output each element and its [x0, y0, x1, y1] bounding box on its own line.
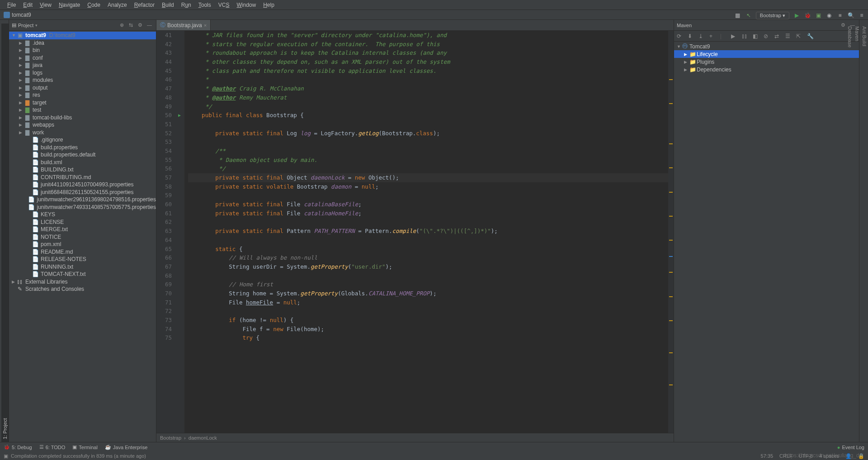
- project-panel-title[interactable]: Project: [18, 23, 33, 28]
- project-tree[interactable]: ▼▣tomcat9 D:\tomcat9▶▇.idea▶▇bin▶▇conf▶▇…: [9, 31, 156, 442]
- tab-java-ee[interactable]: ☕ Java Enterprise: [105, 444, 147, 450]
- run-maven-icon[interactable]: ▶: [731, 33, 737, 39]
- tree-file[interactable]: 📄NOTICE: [9, 233, 156, 241]
- tree-file[interactable]: 📄.gitignore: [9, 136, 156, 144]
- tree-file[interactable]: 📄RUNNING.txt: [9, 263, 156, 271]
- breadcrumb-class[interactable]: Bootstrap: [160, 435, 181, 441]
- editor-tab-bootstrap[interactable]: Ⓒ Bootstrap.java ×: [156, 20, 211, 30]
- tree-scratches[interactable]: ✎Scratches and Consoles: [9, 285, 156, 293]
- stop-button[interactable]: ■: [836, 12, 844, 19]
- cursor-position[interactable]: 57:35: [761, 453, 774, 459]
- maven-plugins[interactable]: ▶ 📁 Plugins: [674, 58, 859, 66]
- tree-file[interactable]: 📄CONTRIBUTING.md: [9, 174, 156, 181]
- tree-file[interactable]: 📄MERGE.txt: [9, 226, 156, 233]
- tree-file[interactable]: 📄junit4411091245107004993.properties: [9, 181, 156, 189]
- breadcrumbs[interactable]: Bootstrap › daemonLock: [156, 433, 674, 442]
- line-number-gutter[interactable]: 4142434445464748495051525354555657585960…: [156, 31, 177, 433]
- coverage-button[interactable]: ▣: [815, 12, 822, 19]
- tab-terminal[interactable]: ▣ Terminal: [72, 444, 98, 450]
- tab-debug[interactable]: 🐞 5: Debug: [4, 444, 32, 450]
- menu-run[interactable]: Run: [178, 1, 195, 9]
- tree-file[interactable]: 📄junitvmwatcher7493314085757005775.prope…: [9, 204, 156, 211]
- gear-icon[interactable]: ⚙: [138, 22, 144, 28]
- tree-folder-target[interactable]: ▶▇target: [9, 99, 156, 107]
- debug-button[interactable]: 🐞: [804, 12, 811, 19]
- close-icon[interactable]: ×: [204, 23, 207, 28]
- marker-strip[interactable]: [668, 31, 674, 433]
- tree-file[interactable]: 📄RELEASE-NOTES: [9, 256, 156, 263]
- maven-root[interactable]: ▼ ⓜ Tomcat9: [674, 43, 859, 50]
- tab-project[interactable]: 1: Project: [1, 24, 9, 442]
- tree-file[interactable]: 📄build.properties.default: [9, 151, 156, 159]
- tab-todo[interactable]: ☰ 6: TODO: [39, 444, 66, 450]
- tree-root[interactable]: ▼▣tomcat9 D:\tomcat9: [9, 32, 156, 39]
- nav-project[interactable]: tomcat9: [12, 12, 31, 18]
- run-gutter-icon[interactable]: ▶: [178, 111, 181, 120]
- tree-file[interactable]: 📄KEYS: [9, 211, 156, 218]
- toggle-tool-windows-icon[interactable]: ▣: [4, 453, 8, 459]
- menu-edit[interactable]: Edit: [19, 1, 36, 9]
- generate-icon[interactable]: ⬇: [688, 33, 694, 39]
- event-log-button[interactable]: ● Event Log: [837, 445, 864, 450]
- show-deps-icon[interactable]: ☰: [785, 33, 792, 39]
- tree-folder-webapps[interactable]: ▶▇webapps: [9, 121, 156, 129]
- tab-ant[interactable]: Ant Build: [861, 24, 868, 442]
- tab-structure[interactable]: 7: Structure: [0, 24, 1, 442]
- tree-folder-output[interactable]: ▶▇output: [9, 84, 156, 92]
- breadcrumb-field[interactable]: daemonLock: [189, 435, 217, 441]
- tree-file[interactable]: 📄LICENSE: [9, 218, 156, 226]
- tree-file[interactable]: 📄build.xml: [9, 159, 156, 166]
- tree-folder-res[interactable]: ▶▇res: [9, 91, 156, 99]
- tree-file[interactable]: 📄TOMCAT-NEXT.txt: [9, 270, 156, 278]
- download-icon[interactable]: ⤓: [698, 33, 705, 39]
- skip-tests-icon[interactable]: ⊘: [764, 33, 770, 39]
- tree-folder-test[interactable]: ▶▇test: [9, 106, 156, 114]
- tree-folder-tomcat-build-libs[interactable]: ▶▇tomcat-build-libs: [9, 114, 156, 122]
- chevron-down-icon[interactable]: ▾: [35, 23, 38, 28]
- run-config-selector[interactable]: Bootstrap ▾: [756, 12, 789, 19]
- menu-help[interactable]: Help: [259, 1, 278, 9]
- wrench-icon[interactable]: 🔧: [807, 33, 813, 39]
- execute-icon[interactable]: ⫿⫿: [742, 33, 748, 39]
- menu-code[interactable]: Code: [84, 1, 104, 9]
- back-icon[interactable]: ↖: [745, 12, 752, 19]
- menu-refactor[interactable]: Refactor: [131, 1, 158, 9]
- collapse-all-icon[interactable]: ⇱: [796, 33, 802, 39]
- collapse-icon[interactable]: ⇆: [129, 22, 135, 28]
- menu-build[interactable]: Build: [158, 1, 178, 9]
- profile-button[interactable]: ◉: [826, 12, 833, 19]
- menu-view[interactable]: View: [36, 1, 55, 9]
- tree-folder-modules[interactable]: ▶▇modules: [9, 76, 156, 84]
- tab-database[interactable]: Database: [846, 24, 854, 442]
- reimport-icon[interactable]: ⟳: [677, 33, 683, 39]
- search-icon[interactable]: 🔍: [847, 12, 854, 19]
- tree-file[interactable]: 📄README.md: [9, 248, 156, 256]
- locate-icon[interactable]: ⊕: [120, 22, 126, 28]
- offline-icon[interactable]: ⇄: [774, 33, 781, 39]
- tree-file[interactable]: 📄pom.xml: [9, 241, 156, 248]
- tree-file[interactable]: 📄BUILDING.txt: [9, 166, 156, 174]
- tree-folder-work[interactable]: ▶▇work: [9, 129, 156, 137]
- tree-folder-bin[interactable]: ▶▇bin: [9, 47, 156, 54]
- menu-file[interactable]: File: [4, 1, 19, 9]
- maven-tree[interactable]: ▼ ⓜ Tomcat9 ▶ 📁 Lifecycle ▶ 📁 Plugins ▶ …: [674, 42, 859, 442]
- add-icon[interactable]: +: [709, 33, 716, 39]
- menu-analyze[interactable]: Analyze: [104, 1, 131, 9]
- layout-icon[interactable]: ▦: [734, 12, 741, 19]
- maven-dependencies[interactable]: ▶ 📁 Dependencies: [674, 66, 859, 73]
- settings-icon[interactable]: ≡: [858, 12, 865, 19]
- run-button[interactable]: ▶: [793, 12, 800, 19]
- menu-vcs[interactable]: VCS: [215, 1, 233, 9]
- tree-file[interactable]: 📄junit6684882261150524155.properties: [9, 189, 156, 196]
- maven-lifecycle[interactable]: ▶ 📁 Lifecycle: [674, 50, 859, 58]
- toggle-icon[interactable]: ◧: [753, 33, 759, 39]
- hide-icon[interactable]: —: [147, 22, 153, 28]
- menu-tools[interactable]: Tools: [195, 1, 215, 9]
- tab-maven[interactable]: Maven: [854, 24, 861, 442]
- tree-folder-.idea[interactable]: ▶▇.idea: [9, 39, 156, 47]
- tree-file[interactable]: 📄junitvmwatcher2961913698024798516.prope…: [9, 196, 156, 204]
- menu-navigate[interactable]: Navigate: [55, 1, 84, 9]
- tree-folder-java[interactable]: ▶▇java: [9, 62, 156, 69]
- tree-folder-conf[interactable]: ▶▇conf: [9, 54, 156, 62]
- tree-folder-logs[interactable]: ▶▇logs: [9, 69, 156, 77]
